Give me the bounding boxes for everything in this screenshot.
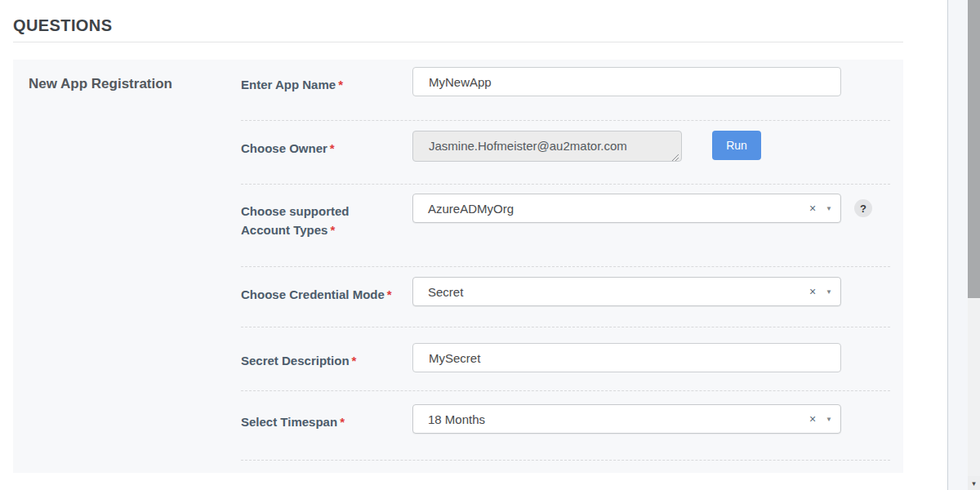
form-column: Enter App Name* Choose Owner* Jasmine.Ho…: [241, 60, 890, 473]
credential-mode-label-text: Choose Credential Mode: [241, 287, 385, 301]
timespan-select[interactable]: 18 Months × ▼: [412, 404, 841, 434]
page-header: QUESTIONS: [13, 16, 903, 42]
chevron-down-icon[interactable]: ▼: [826, 287, 832, 296]
form-row-account-types: Choose supported Account Types* AzureADM…: [241, 185, 890, 267]
credential-mode-label: Choose Credential Mode*: [241, 277, 412, 304]
account-types-select[interactable]: AzureADMyOrg × ▼: [412, 194, 841, 223]
owner-textarea-wrap: Jasmine.Hofmeister@au2mator.com: [412, 131, 682, 165]
form-row-app-name: Enter App Name*: [241, 60, 890, 121]
secret-description-label-text: Secret Description: [241, 354, 350, 368]
form-row-timespan: Select Timespan* 18 Months × ▼: [241, 391, 890, 461]
clear-icon[interactable]: ×: [809, 286, 816, 297]
scrollbar-down-button[interactable]: ▾: [968, 476, 980, 490]
account-types-selected-value: AzureADMyOrg: [428, 202, 809, 216]
panel-title-column: New App Registration: [21, 60, 241, 473]
owner-control-group: Jasmine.Hofmeister@au2mator.com Run: [412, 131, 761, 165]
questions-panel: New App Registration Enter App Name* Cho…: [13, 60, 903, 473]
required-asterisk: *: [330, 223, 335, 237]
account-types-label: Choose supported Account Types*: [241, 194, 412, 239]
page-title: QUESTIONS: [13, 16, 903, 35]
timespan-selected-value: 18 Months: [428, 412, 809, 426]
clear-icon[interactable]: ×: [809, 413, 816, 425]
owner-label-text: Choose Owner: [241, 141, 327, 155]
clear-icon[interactable]: ×: [809, 203, 816, 214]
timespan-label: Select Timespan*: [241, 404, 412, 431]
vertical-scrollbar[interactable]: ▾: [968, 0, 980, 490]
required-asterisk: *: [387, 287, 392, 301]
secret-description-input[interactable]: [412, 343, 841, 372]
timespan-label-text: Select Timespan: [241, 415, 337, 429]
owner-textarea[interactable]: Jasmine.Hofmeister@au2mator.com: [412, 131, 682, 162]
required-asterisk: *: [338, 78, 343, 91]
chevron-down-icon[interactable]: ▼: [826, 415, 832, 423]
app-name-input[interactable]: [412, 67, 841, 96]
form-row-secret-description: Secret Description*: [241, 327, 890, 391]
resize-grip-icon[interactable]: [671, 154, 679, 162]
owner-label: Choose Owner*: [241, 131, 412, 158]
header-divider: [13, 42, 903, 42]
app-name-label-text: Enter App Name: [241, 78, 336, 91]
form-row-owner: Choose Owner* Jasmine.Hofmeister@au2mato…: [241, 121, 890, 185]
required-asterisk: *: [340, 415, 345, 429]
credential-mode-selected-value: Secret: [428, 285, 809, 299]
form-row-credential-mode: Choose Credential Mode* Secret × ▼: [241, 267, 890, 327]
chevron-down-icon[interactable]: ▼: [826, 204, 832, 212]
secret-description-label: Secret Description*: [241, 343, 412, 370]
credential-mode-select[interactable]: Secret × ▼: [412, 277, 841, 306]
scrollbar-thumb[interactable]: [968, 0, 980, 298]
help-icon[interactable]: ?: [854, 199, 872, 217]
panel-title: New App Registration: [29, 76, 241, 92]
app-name-label: Enter App Name*: [241, 67, 412, 94]
required-asterisk: *: [330, 141, 335, 155]
right-gutter: [947, 0, 968, 490]
run-button[interactable]: Run: [712, 131, 761, 160]
required-asterisk: *: [352, 354, 357, 368]
